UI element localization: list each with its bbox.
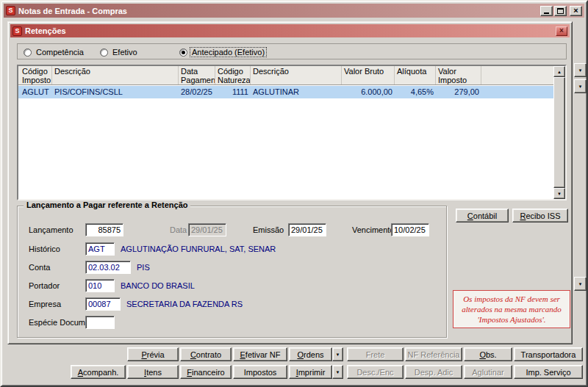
contrato-button[interactable]: Contrato <box>180 347 232 361</box>
emissao-field[interactable]: 29/01/25 <box>288 223 326 236</box>
obs-button[interactable]: Obs. <box>464 347 512 361</box>
combo-arrow-partial-3[interactable]: ▼ <box>574 277 587 291</box>
cell-descricao: PIS/COFINS/CSLL <box>52 86 179 98</box>
lancamento-field[interactable]: 85875 <box>85 223 123 236</box>
imprimir-dropdown-button[interactable]: ▼ <box>332 365 343 379</box>
table-row[interactable]: AGLUT PIS/COFINS/CSLL 28/02/25 1111 AGLU… <box>18 86 553 98</box>
data-field: 29/01/25 <box>188 223 226 236</box>
historico-label: Histórico <box>29 242 60 256</box>
grid-header-filler <box>481 66 553 84</box>
window-controls: × <box>540 6 582 16</box>
cell-valor-imposto: 279,00 <box>436 86 481 98</box>
imp-servico-button[interactable]: Imp. Serviço <box>514 365 583 379</box>
window-title: Notas de Entrada - Compras <box>18 7 537 15</box>
data-label: Data <box>170 223 187 236</box>
desc-enc-button: Desc./Enc <box>347 365 404 379</box>
arrow-down-icon: ▼ <box>557 192 562 196</box>
conta-label: Conta <box>29 261 50 274</box>
minimize-icon <box>544 12 549 14</box>
aglutinar-button: Aglutinar <box>464 365 512 379</box>
cell-data-pagamento: 28/02/25 <box>179 86 215 98</box>
radio-competencia[interactable]: Competência <box>24 47 85 57</box>
dialog-titlebar: S Retenções × <box>10 24 570 37</box>
radio-off-icon <box>24 48 32 57</box>
grid-body: AGLUT PIS/COFINS/CSLL 28/02/25 1111 AGLU… <box>18 86 553 199</box>
frete-button: Frete <box>347 347 404 361</box>
radio-off-icon <box>100 48 108 57</box>
chevron-down-icon: ▼ <box>336 370 340 375</box>
arrow-up-icon: ▲ <box>557 70 562 74</box>
grid-header-codigo-imposto: Código Imposto <box>20 66 52 84</box>
grid-vertical-scrollbar[interactable]: ▲ ▼ <box>553 66 565 199</box>
grid-header: Código Imposto Descrição Data Pagamento … <box>18 66 553 85</box>
radio-efetivo[interactable]: Efetivo <box>100 47 139 57</box>
contabil-button[interactable]: Contábil <box>456 209 509 223</box>
emissao-label: Emissão <box>253 223 284 236</box>
main-window: S Notas de Entrada - Compras × ▼ ▼ ▼ Pré… <box>0 0 588 387</box>
scroll-down-button[interactable]: ▼ <box>553 188 565 199</box>
scroll-up-button[interactable]: ▲ <box>553 66 565 77</box>
app-logo-icon: S <box>6 6 15 15</box>
historico-code-field[interactable]: AGT <box>85 242 115 256</box>
historico-description: AGLUTINAÇÃO FUNRURAL, SAT, SENAR <box>121 242 276 256</box>
chevron-down-icon: ▼ <box>578 68 583 73</box>
combo-arrow-partial-1[interactable]: ▼ <box>574 63 587 77</box>
cell-codigo-imposto: AGLUT <box>20 86 52 98</box>
retencoes-grid: Código Imposto Descrição Data Pagamento … <box>17 65 567 200</box>
close-icon: × <box>559 27 564 35</box>
vencimento-label: Vencimento <box>352 223 394 236</box>
close-window-button[interactable]: × <box>570 6 582 16</box>
dialog-logo-icon: S <box>12 26 22 36</box>
financeiro-button[interactable]: Financeiro <box>180 365 232 379</box>
scrollbar-thumb[interactable] <box>553 77 565 188</box>
groupbox-title: Lançamento a Pagar referente a Retenção <box>24 200 190 209</box>
especie-documento-field[interactable] <box>85 316 115 329</box>
radio-efetivo-label: Efetivo <box>111 48 139 57</box>
grid-header-aliquota: Alíquota <box>395 66 436 84</box>
nf-referencia-button: NF Referência <box>405 347 462 361</box>
efetivar-nf-button[interactable]: Efetivar NF <box>233 347 287 361</box>
previa-button[interactable]: Prévia <box>127 347 179 361</box>
recibo-iss-button[interactable]: Recibo ISS <box>512 209 568 223</box>
vencimento-field[interactable]: 10/02/25 <box>391 223 429 236</box>
conta-code-field[interactable]: 02.03.02 <box>85 261 131 274</box>
conta-description: PIS <box>137 261 150 274</box>
grid-header-data-pagamento: Data Pagamento <box>179 66 215 84</box>
retencao-mode-group: Competência Efetivo Antecipado (Efetivo) <box>17 43 567 59</box>
impostos-warning-note: Os impostos da NF devem ser alterados na… <box>453 290 570 328</box>
cell-codigo-natureza: 1111 <box>215 86 251 98</box>
impostos-button[interactable]: Impostos <box>233 365 287 379</box>
portador-code-field[interactable]: 010 <box>85 279 115 292</box>
grid-header-valor-bruto: Valor Bruto <box>342 66 395 84</box>
maximize-button[interactable] <box>554 6 567 16</box>
retencoes-dialog: S Retenções × Competência Efetivo Anteci… <box>7 21 573 344</box>
radio-antecipado-label: Antecipado (Efetivo) <box>190 48 266 57</box>
ordens-dropdown-button[interactable]: ▼ <box>332 347 343 361</box>
empresa-description: SECRETARIA DA FAZENDA RS <box>126 297 243 311</box>
combo-arrow-partial-2[interactable]: ▼ <box>574 79 587 93</box>
lancamento-groupbox: Lançamento a Pagar referente a Retenção … <box>17 206 447 338</box>
cell-aliquota: 4,65% <box>395 86 436 98</box>
radio-on-icon <box>179 48 187 57</box>
radio-competencia-label: Competência <box>35 48 85 57</box>
grid-header-codigo-natureza: Código Natureza <box>215 66 251 84</box>
grid-header-valor-imposto: Valor Imposto <box>436 66 481 84</box>
close-icon: × <box>573 7 578 15</box>
empresa-label: Empresa <box>29 297 61 311</box>
dialog-close-button[interactable]: × <box>556 26 567 36</box>
cell-valor-bruto: 6.000,00 <box>342 86 395 98</box>
itens-button[interactable]: Itens <box>127 365 179 379</box>
transportadora-button[interactable]: Transportadora <box>514 347 583 361</box>
cell-descricao-natureza: AGLUTINAR <box>251 86 342 98</box>
empresa-code-field[interactable]: 00087 <box>85 297 121 311</box>
desp-adic-button: Desp. Adic <box>405 365 462 379</box>
minimize-button[interactable] <box>540 6 553 16</box>
imprimir-button[interactable]: Imprimir <box>289 365 332 379</box>
ordens-button[interactable]: Ordens <box>289 347 332 361</box>
grid-header-descricao-natureza: Descrição <box>251 66 342 84</box>
acompanh-button[interactable]: Acompanh. <box>71 365 126 379</box>
chevron-down-icon: ▼ <box>578 84 583 89</box>
chevron-down-icon: ▼ <box>336 352 340 357</box>
dialog-title: Retenções <box>25 26 553 35</box>
radio-antecipado[interactable]: Antecipado (Efetivo) <box>179 47 266 57</box>
